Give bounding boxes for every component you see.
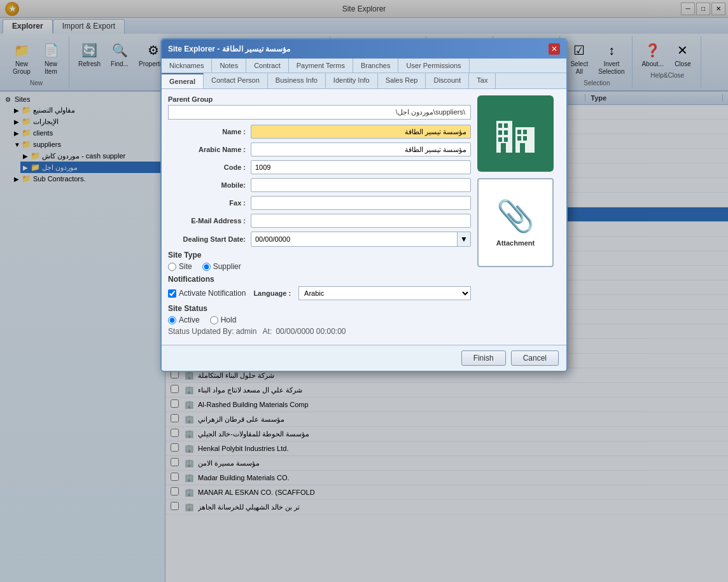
dialog-overlay: ✕ مؤسسة تيسير الطاقة - Site Explorer Nic… (0, 0, 728, 582)
site-status-section: Site Status Active Hold Status Updated B… (168, 304, 471, 336)
activate-notification-checkbox[interactable]: Activate Notification (168, 289, 246, 298)
name-label: Name : (168, 128, 251, 135)
notification-row: Activate Notification Language : Arabic … (168, 286, 471, 300)
radio-hold-input[interactable] (210, 316, 218, 324)
dialog-title-bar: ✕ مؤسسة تيسير الطاقة - Site Explorer (162, 39, 566, 59)
mobile-label: Mobile: (168, 181, 251, 189)
date-picker-button[interactable]: ▼ (457, 232, 470, 246)
mobile-input[interactable] (251, 178, 471, 192)
code-row: Code : (168, 160, 471, 174)
svg-rect-10 (517, 136, 521, 141)
attachment-label: Attachment (496, 239, 535, 247)
email-row: E-Mail Address : (168, 214, 471, 228)
activate-notification-input[interactable] (168, 289, 176, 298)
arabic-name-row: Arabic Name : (168, 142, 471, 156)
svg-rect-5 (504, 130, 508, 135)
dealing-date-input[interactable] (251, 232, 457, 246)
tab-discount[interactable]: Discount (426, 73, 469, 88)
radio-active-label: Active (179, 315, 200, 324)
tab-sales-rep[interactable]: Sales Rep (378, 73, 426, 88)
tab-user-permissions[interactable]: User Permissions (398, 59, 469, 73)
arabic-name-label: Arabic Name : (168, 146, 251, 153)
radio-active[interactable]: Active (168, 315, 200, 324)
parent-group-section-label: Parent Group (168, 95, 471, 103)
radio-supplier-label: Supplier (213, 262, 241, 271)
language-label: Language : (253, 289, 291, 297)
name-row: Name : (168, 125, 471, 139)
arabic-name-input[interactable] (251, 142, 471, 156)
code-label: Code : (168, 163, 251, 171)
mobile-row: Mobile: (168, 178, 471, 192)
attachment-box[interactable]: 📎 Attachment (477, 178, 554, 267)
finish-button[interactable]: Finish (461, 350, 506, 366)
tab-payment-terms[interactable]: Payment Terms (289, 59, 353, 73)
svg-rect-2 (498, 123, 502, 128)
svg-rect-4 (498, 130, 502, 135)
radio-active-input[interactable] (168, 316, 176, 324)
svg-rect-12 (501, 143, 506, 153)
status-updated-row: Status Updated By: admin At: 00/00/0000 … (168, 327, 471, 336)
fax-row: Fax : (168, 196, 471, 210)
site-type-label: Site Type (168, 251, 471, 260)
status-at-text: At: (263, 327, 272, 336)
radio-site-label: Site (179, 262, 192, 271)
dialog-body: Parent Group \suppliers\موردون اجل\ Name… (162, 89, 566, 345)
svg-rect-6 (498, 137, 502, 142)
dialog: ✕ مؤسسة تيسير الطاقة - Site Explorer Nic… (160, 38, 568, 372)
site-type-radios: Site Supplier (168, 262, 471, 271)
fax-label: Fax : (168, 199, 251, 207)
dialog-footer: Finish Cancel (162, 345, 566, 371)
dialog-tabs-row2: General Contact Person Business Info Ide… (162, 73, 566, 89)
tab-branches[interactable]: Branches (353, 59, 398, 73)
svg-rect-7 (504, 137, 508, 142)
language-select[interactable]: Arabic English (298, 286, 471, 300)
site-type-section: Site Type Site Supplier (168, 251, 471, 271)
activate-notification-label: Activate Notification (179, 289, 246, 298)
tab-nicknames[interactable]: Nicknames (162, 59, 212, 73)
notifications-label: Notifications (168, 275, 471, 284)
radio-site-input[interactable] (168, 263, 176, 271)
dealing-date-label: Dealing Start Date: (168, 235, 251, 243)
radio-supplier[interactable]: Supplier (202, 262, 241, 271)
notifications-section: Notifications Activate Notification Lang… (168, 275, 471, 300)
radio-site[interactable]: Site (168, 262, 192, 271)
tab-business-info[interactable]: Business Info (268, 73, 326, 88)
svg-rect-3 (504, 123, 508, 128)
building-image (477, 95, 554, 172)
dialog-form: Parent Group \suppliers\موردون اجل\ Name… (168, 95, 471, 338)
tab-identity-info[interactable]: Identity Info (326, 73, 378, 88)
radio-hold-label: Hold (221, 315, 237, 324)
tab-notes[interactable]: Notes (212, 59, 246, 73)
svg-rect-8 (517, 130, 521, 134)
attachment-icon: 📎 (496, 198, 535, 234)
status-updated-text: Status Updated By: admin (168, 327, 256, 336)
dialog-close-button[interactable]: ✕ (549, 43, 560, 55)
svg-rect-9 (523, 130, 527, 134)
dialog-title-text: مؤسسة تيسير الطاقة - Site Explorer (168, 45, 290, 53)
email-label: E-Mail Address : (168, 217, 251, 225)
parent-group-value: \suppliers\موردون اجل\ (168, 105, 471, 120)
radio-supplier-input[interactable] (202, 263, 211, 271)
dialog-sidebar: 📎 Attachment (477, 95, 560, 338)
svg-rect-11 (523, 136, 527, 141)
tab-tax[interactable]: Tax (469, 73, 496, 88)
status-date-text: 00/00/0000 00:00:00 (276, 327, 346, 336)
code-input[interactable] (251, 160, 471, 174)
dealing-date-row: Dealing Start Date: ▼ (168, 232, 471, 247)
cancel-button[interactable]: Cancel (511, 350, 559, 366)
tab-contact-person[interactable]: Contact Person (204, 73, 268, 88)
email-input[interactable] (251, 214, 471, 228)
status-radios: Active Hold (168, 315, 471, 324)
dialog-tabs-row1: Nicknames Notes Contract Payment Terms B… (162, 59, 566, 73)
tab-contract[interactable]: Contract (246, 59, 289, 73)
radio-hold[interactable]: Hold (210, 315, 237, 324)
site-status-label: Site Status (168, 304, 471, 313)
name-input[interactable] (251, 125, 471, 139)
svg-rect-13 (520, 143, 525, 153)
tab-general[interactable]: General (162, 73, 204, 88)
fax-input[interactable] (251, 196, 471, 210)
